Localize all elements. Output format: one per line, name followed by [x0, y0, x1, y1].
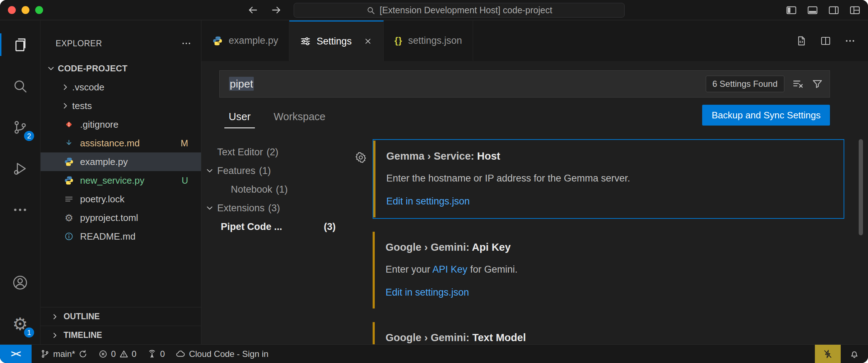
tree-item-poetry-lock[interactable]: poetry.lock [41, 190, 201, 208]
tree-item-example-py[interactable]: example.py [41, 152, 201, 171]
explorer-header: EXPLORER [56, 39, 102, 48]
tree-item-assistance-md[interactable]: assistance.md M [41, 134, 201, 152]
toc-item-features[interactable]: Features (1) [201, 161, 345, 180]
settings-search-value: pipet [229, 78, 254, 90]
tree-item-pyproject-toml[interactable]: ⚙ pyproject.toml [41, 208, 201, 227]
toc-label: Text Editor [217, 147, 263, 158]
timeline-section-header[interactable]: TIMELINE [41, 326, 201, 344]
editor-more-actions-icon[interactable] [844, 35, 856, 47]
edit-in-settings-json-link[interactable]: Edit in settings.json [386, 286, 831, 299]
outline-section-header[interactable]: OUTLINE [41, 307, 201, 326]
setting-description: Enter the hostname or IP address for the… [386, 171, 831, 185]
tree-item-label: tests [72, 100, 92, 112]
clear-search-icon[interactable] [792, 78, 804, 90]
tree-item-tests[interactable]: tests [41, 96, 201, 115]
setting-gemma-service-host[interactable]: Gemma › Service: Host Enter the hostname… [373, 139, 844, 219]
tab-settings-json[interactable]: {} settings.json [384, 20, 473, 61]
branch-label: main* [53, 349, 75, 359]
tree-item-label: new_service.py [80, 175, 144, 186]
toc-item-pipet-code[interactable]: Pipet Code ... (3) [201, 217, 345, 236]
setting-edit-gear-icon[interactable] [355, 151, 367, 164]
gear-glyph: ⚙ [65, 213, 73, 223]
setting-category: Google › Gemini: [386, 332, 472, 343]
extensions-disabled-status-item[interactable] [815, 345, 841, 363]
git-status-badge: U [182, 175, 188, 186]
setting-category: Gemma › Service: [386, 150, 477, 162]
tab-label: settings.json [408, 35, 462, 46]
activitybar-source-control[interactable]: 2 [0, 107, 40, 148]
tab-example-py[interactable]: example.py [201, 20, 289, 61]
edit-in-settings-json-link[interactable]: Edit in settings.json [386, 194, 831, 208]
setting-title: Gemma › Service: Host [386, 149, 831, 163]
toc-item-extensions[interactable]: Extensions (3) [201, 199, 345, 217]
zoom-window-button[interactable] [35, 6, 43, 14]
ports-count: 0 [160, 349, 165, 359]
branch-status-item[interactable]: main* [40, 349, 88, 359]
toc-count: (1) [276, 184, 288, 195]
chevron-right-icon [61, 82, 72, 92]
activitybar-search[interactable] [0, 65, 40, 107]
back-icon[interactable] [247, 4, 258, 16]
git-status-badge: M [181, 138, 188, 148]
toggle-secondary-sidebar-icon[interactable] [828, 4, 840, 16]
setting-gemini-text-model[interactable]: Google › Gemini: Text Model [373, 321, 844, 344]
modified-indicator [373, 322, 375, 344]
chevron-down-icon [205, 166, 217, 175]
window-title: [Extension Development Host] code-projec… [380, 5, 552, 15]
ports-status-item[interactable]: 0 [147, 349, 165, 359]
toc-item-text-editor[interactable]: Text Editor (2) [201, 143, 345, 161]
chevron-down-icon [205, 203, 217, 213]
split-editor-icon[interactable] [820, 35, 831, 47]
customize-layout-icon[interactable] [849, 4, 861, 16]
tree-item-root[interactable]: CODE-PROJECT [41, 59, 201, 78]
activitybar-more[interactable] [0, 189, 40, 230]
toggle-panel-icon[interactable] [807, 4, 818, 16]
setting-gemini-api-key[interactable]: Google › Gemini: Api Key Enter your API … [373, 231, 844, 309]
toc-count: (1) [259, 165, 271, 176]
activitybar-run-debug[interactable] [0, 148, 40, 189]
setting-label: Host [477, 150, 500, 162]
minimize-window-button[interactable] [22, 6, 29, 14]
description-text: Enter your [386, 264, 433, 275]
backup-sync-settings-button[interactable]: Backup and Sync Settings [702, 105, 830, 126]
selected-text: pipet [229, 77, 254, 91]
files-icon [12, 37, 28, 53]
explorer-actions-icon[interactable] [181, 38, 192, 49]
chevron-right-icon [61, 101, 72, 110]
scope-tab-user[interactable]: User [224, 111, 255, 128]
tab-settings[interactable]: Settings [289, 20, 384, 61]
settings-search-input[interactable]: pipet 6 Settings Found [219, 70, 830, 98]
filter-icon[interactable] [812, 78, 823, 90]
remote-indicator[interactable]: >< [0, 345, 32, 363]
cloud-code-status-item[interactable]: Cloud Code - Sign in [176, 349, 268, 359]
toggle-primary-sidebar-icon[interactable] [785, 4, 797, 16]
tree-item-readme-md[interactable]: README.md [41, 227, 201, 246]
account-icon [12, 274, 28, 291]
settings-badge: 1 [23, 326, 35, 339]
json-braces-icon: {} [395, 35, 402, 46]
tree-item-new-service-py[interactable]: new_service.py U [41, 171, 201, 190]
close-window-button[interactable] [8, 6, 16, 14]
chevron-down-icon [46, 64, 58, 73]
activitybar-settings[interactable]: ⚙ 1 [0, 303, 40, 344]
api-key-link[interactable]: API Key [433, 264, 468, 275]
toc-label: Extensions [217, 203, 265, 214]
explorer-sidebar: EXPLORER CODE-PROJECT .vscode [41, 20, 201, 344]
problems-status-item[interactable]: 0 0 [98, 349, 136, 359]
lightning-slash-icon [823, 349, 833, 359]
setting-title: Google › Gemini: Api Key [386, 240, 831, 254]
toc-item-notebook[interactable]: Notebook (1) [201, 180, 345, 199]
forward-icon[interactable] [271, 4, 282, 16]
activitybar-explorer[interactable] [0, 24, 40, 65]
mac-window-controls [8, 6, 43, 14]
settings-scrollbar[interactable] [859, 139, 863, 235]
tree-item-vscode[interactable]: .vscode [41, 78, 201, 96]
activitybar-accounts[interactable] [0, 262, 40, 303]
tree-item-gitignore[interactable]: .gitignore [41, 115, 201, 134]
notifications-bell-item[interactable] [841, 345, 868, 363]
command-center[interactable]: [Extension Development Host] code-projec… [294, 3, 625, 18]
open-settings-json-icon[interactable] [795, 35, 807, 47]
scope-tab-workspace[interactable]: Workspace [269, 111, 330, 128]
close-tab-icon[interactable] [363, 37, 373, 46]
tree-item-label: poetry.lock [80, 194, 125, 205]
